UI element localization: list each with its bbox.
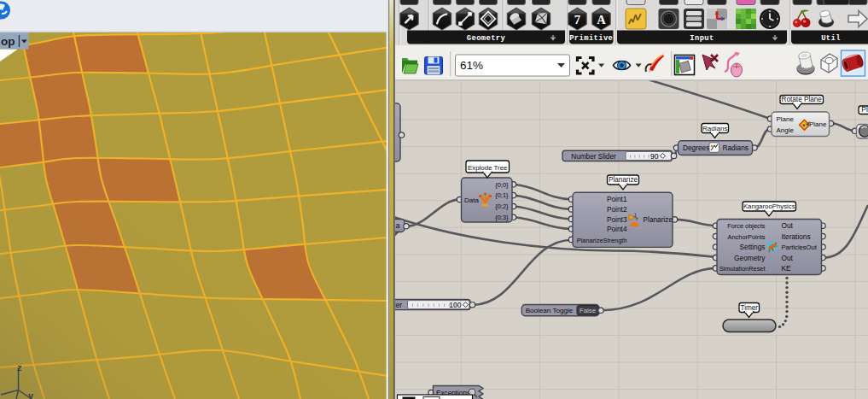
svg-text:Util: Util bbox=[821, 34, 841, 43]
svg-text:Boolean Toggle: Boolean Toggle bbox=[526, 307, 574, 314]
svg-text:Geometry: Geometry bbox=[734, 254, 766, 262]
svg-text:Point4: Point4 bbox=[607, 225, 627, 233]
svg-text:ParticlesOut: ParticlesOut bbox=[782, 244, 818, 251]
svg-text:Point1: Point1 bbox=[607, 195, 627, 203]
svg-text:z: z bbox=[17, 362, 22, 373]
svg-text:{0;2}: {0;2} bbox=[495, 202, 509, 210]
svg-text:Rotate Plane: Rotate Plane bbox=[782, 96, 823, 103]
svg-text:op: op bbox=[1, 35, 15, 48]
svg-text:Pl: Pl bbox=[861, 105, 868, 114]
svg-text:Plane: Plane bbox=[777, 115, 795, 123]
svg-text:KangarooPhysics: KangarooPhysics bbox=[743, 202, 795, 210]
svg-text:Radians: Radians bbox=[723, 144, 749, 152]
svg-text:Timer: Timer bbox=[740, 304, 758, 312]
svg-text:PlanarizeStrength: PlanarizeStrength bbox=[577, 237, 627, 244]
svg-text:{0;0}: {0;0} bbox=[495, 181, 509, 189]
svg-text:Primitive: Primitive bbox=[569, 34, 613, 43]
svg-text:Iterations: Iterations bbox=[782, 232, 811, 241]
svg-text:AnchorPoints: AnchorPoints bbox=[728, 233, 766, 241]
svg-text:KE: KE bbox=[782, 264, 792, 273]
svg-text:61%: 61% bbox=[460, 59, 483, 72]
svg-text:A: A bbox=[597, 13, 606, 26]
svg-text:Radians: Radians bbox=[702, 125, 727, 132]
svg-text:{0;3}: {0;3} bbox=[495, 214, 509, 221]
svg-text:Planarize: Planarize bbox=[644, 215, 673, 224]
svg-text:Input: Input bbox=[690, 34, 714, 43]
svg-text:Out: Out bbox=[782, 254, 794, 262]
svg-text:90: 90 bbox=[650, 152, 659, 161]
svg-text:100: 100 bbox=[449, 301, 462, 309]
svg-text:y: y bbox=[28, 390, 34, 399]
svg-text:Force objects: Force objects bbox=[727, 222, 766, 230]
svg-text:Point2: Point2 bbox=[607, 205, 627, 214]
svg-text:Out: Out bbox=[782, 221, 794, 230]
svg-text:a: a bbox=[396, 221, 400, 230]
svg-text:Data: Data bbox=[464, 197, 479, 204]
svg-text:Explode Tree: Explode Tree bbox=[468, 164, 508, 172]
svg-text:7: 7 bbox=[574, 13, 580, 26]
svg-text:Settings: Settings bbox=[740, 243, 766, 251]
svg-text:Geometry: Geometry bbox=[467, 34, 506, 43]
svg-text:Number Slider: Number Slider bbox=[571, 153, 616, 161]
svg-text:Angle: Angle bbox=[777, 126, 795, 134]
svg-text:Planarize: Planarize bbox=[609, 176, 638, 184]
svg-text:Point3: Point3 bbox=[607, 215, 627, 224]
svg-text:{0;1}: {0;1} bbox=[495, 191, 509, 199]
svg-text:Plane: Plane bbox=[809, 120, 827, 128]
svg-text:False: False bbox=[580, 307, 596, 314]
svg-text:Degrees: Degrees bbox=[683, 144, 709, 152]
svg-text:SimulationReset: SimulationReset bbox=[719, 265, 766, 273]
